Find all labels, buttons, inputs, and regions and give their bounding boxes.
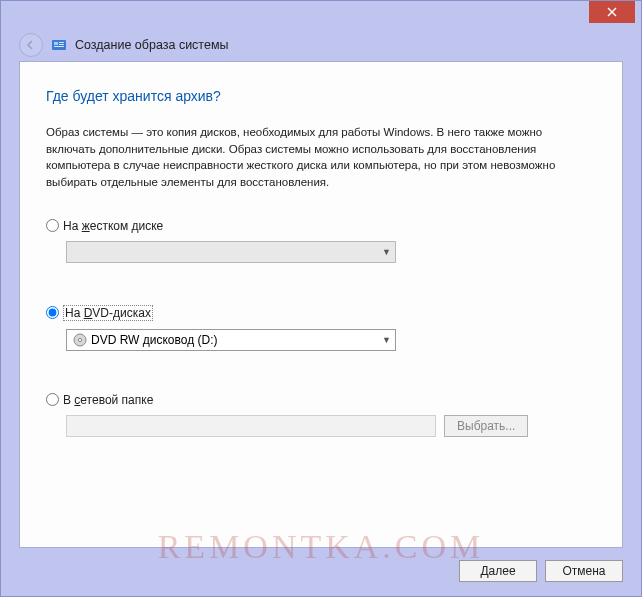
cancel-button[interactable]: Отмена bbox=[545, 560, 623, 582]
window-frame: Создание образа системы Где будет хранит… bbox=[0, 0, 642, 597]
svg-point-6 bbox=[78, 338, 81, 341]
page-heading: Где будет хранится архив? bbox=[46, 88, 596, 104]
option-hdd-section: На жестком диске ▼ bbox=[46, 219, 596, 263]
close-icon bbox=[607, 7, 617, 17]
wizard-header: Создание образа системы bbox=[19, 33, 623, 57]
back-button bbox=[19, 33, 43, 57]
option-hdd-label: На жестком диске bbox=[63, 219, 163, 233]
option-hdd[interactable]: На жестком диске bbox=[46, 219, 596, 233]
chevron-down-icon[interactable]: ▼ bbox=[382, 335, 391, 345]
page-description: Образ системы — это копия дисков, необхо… bbox=[46, 124, 586, 191]
disc-icon bbox=[73, 333, 87, 347]
hdd-combo: ▼ bbox=[66, 241, 396, 263]
option-network-section: В сетевой папке Выбрать... bbox=[46, 393, 596, 437]
window-title: Создание образа системы bbox=[75, 38, 228, 52]
svg-rect-4 bbox=[54, 46, 64, 47]
option-dvd[interactable]: На DVD-дисках bbox=[46, 305, 596, 321]
option-network-label: В сетевой папке bbox=[63, 393, 153, 407]
content-panel: Где будет хранится архив? Образ системы … bbox=[19, 61, 623, 548]
next-button[interactable]: Далее bbox=[459, 560, 537, 582]
option-hdd-radio[interactable] bbox=[46, 219, 59, 232]
option-network[interactable]: В сетевой папке bbox=[46, 393, 596, 407]
back-arrow-icon bbox=[25, 39, 37, 51]
svg-rect-3 bbox=[59, 44, 64, 45]
browse-button: Выбрать... bbox=[444, 415, 528, 437]
svg-rect-2 bbox=[59, 42, 64, 43]
footer-buttons: Далее Отмена bbox=[19, 560, 623, 582]
svg-rect-1 bbox=[54, 42, 58, 45]
option-dvd-radio[interactable] bbox=[46, 306, 59, 319]
option-dvd-section: На DVD-дисках DVD RW дисковод (D:) ▼ bbox=[46, 305, 596, 351]
option-network-radio[interactable] bbox=[46, 393, 59, 406]
network-path-input bbox=[66, 415, 436, 437]
chevron-down-icon: ▼ bbox=[382, 247, 391, 257]
dvd-combo[interactable]: DVD RW дисковод (D:) ▼ bbox=[66, 329, 396, 351]
wizard-icon bbox=[51, 37, 67, 53]
dvd-combo-value: DVD RW дисковод (D:) bbox=[91, 333, 218, 347]
close-button[interactable] bbox=[589, 1, 635, 23]
option-dvd-label: На DVD-дисках bbox=[63, 305, 153, 321]
